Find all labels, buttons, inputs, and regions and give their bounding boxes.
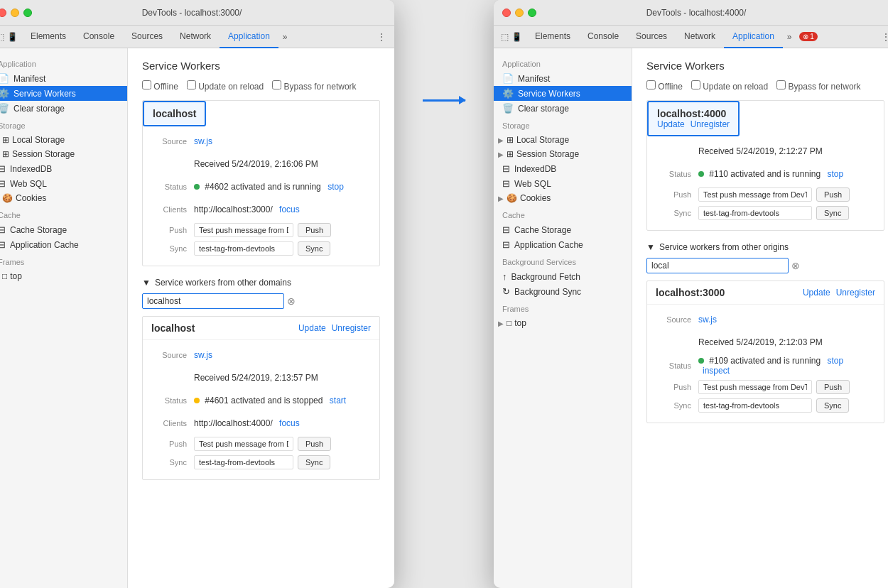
update-reload-checkbox-label-2[interactable]: Update on reload bbox=[691, 80, 768, 92]
focus-link[interactable]: focus bbox=[279, 205, 300, 214]
other-focus-link[interactable]: focus bbox=[279, 418, 300, 428]
tab-more-2[interactable]: » bbox=[783, 32, 796, 42]
update-link-main-2[interactable]: Update bbox=[657, 119, 685, 129]
tab-console-2[interactable]: Console bbox=[579, 26, 627, 48]
filter-input[interactable] bbox=[142, 293, 284, 309]
start-link[interactable]: start bbox=[330, 396, 346, 405]
other-domains-header[interactable]: ▼ Service workers from other domains bbox=[142, 278, 380, 288]
offline-checkbox-2[interactable] bbox=[646, 80, 656, 89]
sync-input-2[interactable] bbox=[698, 206, 812, 220]
sidebar-item-service-workers[interactable]: ⚙️ Service Workers bbox=[0, 86, 127, 101]
sidebar-item-bg-sync[interactable]: ↻ Background Sync bbox=[494, 284, 632, 299]
tab-elements[interactable]: Elements bbox=[22, 26, 75, 48]
sidebar-item-bg-fetch[interactable]: ↑ Background Fetch bbox=[494, 269, 632, 284]
close-button-2[interactable] bbox=[502, 9, 511, 17]
sidebar-item-manifest[interactable]: 📄 Manifest bbox=[0, 71, 127, 86]
sidebar-item-web-sql[interactable]: ⊟ Web SQL bbox=[0, 176, 127, 191]
other-source-link[interactable]: sw.js bbox=[194, 350, 371, 360]
tab-sources-2[interactable]: Sources bbox=[627, 26, 676, 48]
sidebar-item-cache-storage-2[interactable]: ⊟ Cache Storage bbox=[494, 222, 632, 237]
stop-link-other-2[interactable]: stop bbox=[827, 356, 843, 366]
sidebar-item-web-sql-2[interactable]: ⊟ Web SQL bbox=[494, 176, 632, 191]
other-sync-input-2[interactable] bbox=[698, 398, 812, 413]
other-push-input-2[interactable] bbox=[698, 380, 812, 394]
sidebar-item-app-cache[interactable]: ⊟ Application Cache bbox=[0, 237, 127, 252]
tab-network-2[interactable]: Network bbox=[676, 26, 724, 48]
sidebar-item-service-workers-2[interactable]: ⚙️ Service Workers bbox=[494, 86, 632, 101]
sidebar-item-cookies-2[interactable]: ▶ 🍪 Cookies bbox=[494, 191, 632, 205]
sidebar-item-manifest-2[interactable]: 📄 Manifest bbox=[494, 71, 632, 86]
sw-source-link[interactable]: sw.js bbox=[194, 136, 371, 146]
sidebar-item-frames-top-2[interactable]: ▶ □ top bbox=[494, 316, 632, 330]
tab-sources[interactable]: Sources bbox=[123, 26, 171, 48]
other-origins-header[interactable]: ▼ Service workers from other origins bbox=[646, 242, 884, 252]
update-reload-checkbox-label[interactable]: Update on reload bbox=[187, 80, 264, 92]
sidebar-item-indexeddb[interactable]: ⊟ IndexedDB bbox=[0, 161, 127, 176]
tab-console[interactable]: Console bbox=[75, 26, 123, 48]
device-icon-2[interactable]: 📱 bbox=[511, 32, 522, 42]
other-sync-button-2[interactable]: Sync bbox=[816, 398, 849, 413]
bypass-checkbox[interactable] bbox=[272, 80, 281, 89]
unregister-link-2[interactable]: Unregister bbox=[836, 288, 875, 298]
sync-input[interactable] bbox=[194, 241, 293, 256]
sidebar-item-local-storage[interactable]: ▶ ⊞ Local Storage bbox=[0, 133, 127, 147]
sidebar-item-clear-storage-2[interactable]: 🗑️ Clear storage bbox=[494, 101, 632, 116]
sidebar-item-clear-storage[interactable]: 🗑️ Clear storage bbox=[0, 101, 127, 116]
offline-checkbox-label[interactable]: Offline bbox=[142, 80, 178, 92]
window-title-2: DevTools - localhost:4000/ bbox=[646, 8, 747, 18]
sidebar-item-local-storage-2[interactable]: ▶ ⊞ Local Storage bbox=[494, 133, 632, 147]
other-sync-input[interactable] bbox=[194, 455, 293, 469]
other-push-button-2[interactable]: Push bbox=[816, 380, 850, 394]
push-input[interactable] bbox=[194, 223, 293, 237]
update-reload-checkbox[interactable] bbox=[187, 80, 196, 89]
device-icon[interactable]: 📱 bbox=[7, 32, 18, 42]
tab-menu[interactable]: ⋮ bbox=[372, 32, 391, 42]
sync-button[interactable]: Sync bbox=[298, 241, 330, 256]
filter-clear-icon-2[interactable]: ⊗ bbox=[791, 260, 800, 271]
sidebar-item-cookies[interactable]: ▶ 🍪 Cookies bbox=[0, 191, 127, 205]
tab-more[interactable]: » bbox=[278, 32, 292, 42]
inspect-link-other-2[interactable]: inspect bbox=[703, 366, 730, 376]
offline-checkbox[interactable] bbox=[142, 80, 151, 89]
sw-entry-other: localhost Update Unregister Source sw.js bbox=[142, 316, 380, 480]
sidebar-item-session-storage[interactable]: ▶ ⊞ Session Storage bbox=[0, 147, 127, 161]
sidebar-item-indexeddb-2[interactable]: ⊟ IndexedDB bbox=[494, 161, 632, 176]
tab-application[interactable]: Application bbox=[220, 26, 278, 48]
push-button-2[interactable]: Push bbox=[816, 187, 850, 202]
update-link-2[interactable]: Update bbox=[803, 288, 830, 298]
inspect-icon-2[interactable]: ⬚ bbox=[501, 32, 509, 42]
maximize-button[interactable] bbox=[23, 9, 32, 17]
sidebar-item-cache-storage[interactable]: ⊟ Cache Storage bbox=[0, 222, 127, 237]
other-push-input[interactable] bbox=[194, 437, 293, 451]
filter-input-2[interactable] bbox=[646, 258, 789, 273]
tab-menu-2[interactable]: ⋮ bbox=[876, 32, 888, 42]
minimize-button-2[interactable] bbox=[515, 9, 524, 17]
bypass-checkbox-label-2[interactable]: Bypass for network bbox=[776, 80, 860, 92]
offline-checkbox-label-2[interactable]: Offline bbox=[646, 80, 683, 92]
bypass-checkbox-label[interactable]: Bypass for network bbox=[272, 80, 356, 92]
sidebar-item-frames-top[interactable]: ▶ □ top bbox=[0, 269, 127, 283]
tab-network[interactable]: Network bbox=[171, 26, 220, 48]
tab-application-2[interactable]: Application bbox=[724, 26, 783, 48]
other-source-link-2[interactable]: sw.js bbox=[698, 315, 875, 325]
minimize-button[interactable] bbox=[11, 9, 19, 17]
sync-button-2[interactable]: Sync bbox=[816, 206, 849, 220]
stop-link-2[interactable]: stop bbox=[827, 169, 843, 179]
push-button[interactable]: Push bbox=[298, 223, 331, 237]
other-sync-button[interactable]: Sync bbox=[298, 455, 330, 469]
stop-link[interactable]: stop bbox=[327, 182, 344, 192]
other-push-button[interactable]: Push bbox=[298, 437, 331, 451]
sidebar-item-app-cache-2[interactable]: ⊟ Application Cache bbox=[494, 237, 632, 252]
inspect-icon[interactable]: ⬚ bbox=[0, 32, 4, 42]
push-input-2[interactable] bbox=[698, 187, 812, 202]
bypass-checkbox-2[interactable] bbox=[776, 80, 786, 89]
tab-elements-2[interactable]: Elements bbox=[526, 26, 579, 48]
unregister-link-main-2[interactable]: Unregister bbox=[691, 119, 730, 129]
update-reload-checkbox-2[interactable] bbox=[691, 80, 700, 89]
update-link[interactable]: Update bbox=[298, 323, 326, 333]
filter-clear-icon[interactable]: ⊗ bbox=[287, 295, 296, 307]
close-button[interactable] bbox=[0, 9, 6, 17]
unregister-link[interactable]: Unregister bbox=[332, 323, 371, 333]
maximize-button-2[interactable] bbox=[528, 9, 536, 17]
sidebar-item-session-storage-2[interactable]: ▶ ⊞ Session Storage bbox=[494, 147, 632, 161]
